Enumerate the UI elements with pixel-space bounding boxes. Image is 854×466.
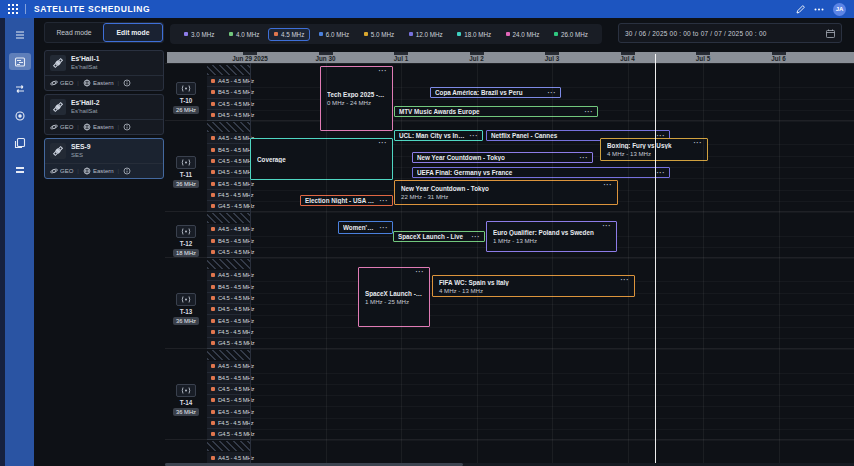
satellite-card-Es-Hail-2[interactable]: Es'Hail-2Es'hailSatGEO|Eastern| [44, 94, 164, 135]
event-more-icon[interactable]: ··· [416, 270, 425, 274]
region[interactable]: Eastern [83, 123, 114, 131]
event-more-icon[interactable]: ··· [580, 156, 589, 160]
filter-color-dot [409, 32, 413, 36]
filter-chip-18-0-MHz[interactable]: 18.0 MHz [451, 28, 497, 41]
event-more-icon[interactable]: ··· [657, 134, 666, 138]
event-spacex-live[interactable]: SpaceX Launch - Live··· [393, 231, 485, 242]
event-more-icon[interactable]: ··· [585, 110, 594, 114]
satellite-card-text: SES-9SES [71, 143, 91, 159]
orbit-type[interactable]: GEO [50, 123, 73, 131]
day-grid-line [477, 63, 478, 463]
event-more-icon[interactable]: ··· [379, 141, 388, 145]
more-options-icon[interactable] [814, 8, 824, 11]
satellite-card-footer: GEO|Eastern| [45, 119, 163, 134]
frequency-filter-bar: 3.0 MHz4.0 MHz4.5 MHz6.0 MHz5.0 MHz12.0 … [170, 24, 602, 44]
orbit-type[interactable]: GEO [50, 167, 73, 175]
event-new-year-feed[interactable]: New Year Countdown - Tokyo··· [412, 152, 593, 163]
event-more-icon[interactable]: ··· [379, 69, 388, 73]
satellite-operator: Es'hailSat [71, 64, 99, 71]
filter-chip-5-0-MHz[interactable]: 5.0 MHz [358, 28, 400, 41]
footer-divider: | [77, 80, 79, 86]
event-more-icon[interactable]: ··· [694, 141, 703, 145]
event-more-icon[interactable]: ··· [604, 183, 613, 187]
event-womens-wc[interactable]: Women's WC: C...··· [338, 221, 393, 234]
filter-chip-4-0-MHz[interactable]: 4.0 MHz [223, 28, 265, 41]
info-icon[interactable] [123, 79, 131, 87]
calendar-icon[interactable] [826, 29, 835, 38]
date-range-input[interactable]: 30 / 06 / 2025 00 : 00 to 07 / 07 / 2025… [618, 23, 842, 43]
filter-color-dot [319, 32, 323, 36]
event-title: UEFA Final: Germany vs France [417, 169, 654, 176]
satellite-name: SES-9 [71, 143, 91, 151]
filter-color-dot [274, 32, 278, 36]
event-more-icon[interactable]: ··· [603, 224, 612, 228]
read-mode-button[interactable]: Read mode [45, 23, 103, 42]
horizontal-scrollbar[interactable] [165, 463, 854, 466]
event-title: Boxing: Fury vs Usyk [607, 142, 701, 149]
region[interactable]: Eastern [83, 167, 114, 175]
satellite-operator: SES [71, 152, 91, 159]
filter-chip-4-5-MHz[interactable]: 4.5 MHz [268, 28, 310, 41]
region[interactable]: Eastern [83, 79, 114, 87]
event-ucl-match[interactable]: UCL: Man City vs Inter Milan··· [394, 130, 483, 141]
event-subtitle: 0 MHz - 24 MHz [327, 99, 386, 106]
event-boxing[interactable]: Boxing: Fury vs Usyk4 MHz - 13 MHz··· [600, 138, 708, 161]
satellite-card-text: Es'Hail-2Es'hailSat [71, 99, 99, 115]
filter-chip-6-0-MHz[interactable]: 6.0 MHz [313, 28, 355, 41]
filter-label: 18.0 MHz [464, 31, 491, 38]
scheduler-view-icon[interactable] [9, 53, 31, 70]
satellite-card-Es-Hail-1[interactable]: Es'Hail-1Es'hailSatGEO|Eastern| [44, 50, 164, 91]
satellite-operator: Es'hailSat [71, 108, 99, 115]
satellite-card-text: Es'Hail-1Es'hailSat [71, 55, 99, 71]
footer-divider: | [77, 124, 79, 130]
event-title: SpaceX Launch - Live [365, 290, 423, 297]
app-grid-icon[interactable] [8, 4, 18, 14]
avatar[interactable]: JA [833, 3, 846, 16]
event-more-icon[interactable]: ··· [380, 226, 389, 230]
sidebar [0, 18, 34, 466]
info-icon[interactable] [123, 123, 131, 131]
filter-chip-24-0-MHz[interactable]: 24.0 MHz [500, 28, 546, 41]
menu-bold-icon[interactable] [9, 161, 31, 178]
event-spacex-live-big[interactable]: SpaceX Launch - Live1 MHz - 25 MHz··· [358, 267, 430, 327]
event-fifa-wc[interactable]: FIFA WC: Spain vs Italy4 MHz - 13 MHz··· [432, 275, 635, 297]
event-new-year-big[interactable]: New Year Countdown - Tokyo22 MHz - 31 MH… [394, 180, 618, 205]
current-time-line [655, 54, 656, 463]
satellite-card-header: SES-9SES [45, 139, 163, 163]
filter-chip-26-0-MHz[interactable]: 26.0 MHz [548, 28, 594, 41]
menu-icon[interactable] [9, 26, 31, 43]
edit-mode-button[interactable]: Edit mode [103, 23, 163, 42]
satellite-card-header: Es'Hail-2Es'hailSat [45, 95, 163, 119]
event-uefa-final[interactable]: UEFA Final: Germany vs France··· [412, 167, 670, 178]
event-coverage[interactable]: Coverage··· [250, 138, 393, 180]
orbit-type[interactable]: GEO [50, 79, 73, 87]
filter-label: 3.0 MHz [191, 31, 214, 38]
filter-label: 4.5 MHz [281, 31, 304, 38]
scrollbar-thumb[interactable] [165, 463, 463, 466]
satellite-card-footer: GEO|Eastern| [45, 163, 163, 178]
event-mtv-awards[interactable]: MTV Music Awards Europe··· [394, 106, 598, 117]
day-grid-line [552, 63, 553, 463]
info-icon[interactable] [123, 167, 131, 175]
documents-icon[interactable] [9, 134, 31, 151]
date-range-value: 30 / 06 / 2025 00 : 00 to 07 / 07 / 2025… [625, 30, 767, 37]
filter-color-dot [184, 32, 188, 36]
satellite-card-SES-9[interactable]: SES-9SESGEO|Eastern| [44, 138, 164, 179]
footer-divider: | [77, 168, 79, 174]
event-title: Women's WC: C... [343, 224, 377, 231]
footer-divider: | [118, 80, 120, 86]
event-copa-america[interactable]: Copa América: Brazil vs Peru··· [430, 87, 561, 98]
edit-icon[interactable] [796, 5, 805, 14]
event-title: Coverage [257, 156, 386, 163]
swap-list-icon[interactable] [9, 80, 31, 97]
filter-color-dot [364, 32, 368, 36]
event-more-icon[interactable]: ··· [657, 171, 666, 175]
event-tech-expo[interactable]: Tech Expo 2025 - Keyno...0 MHz - 24 MHz·… [320, 66, 393, 131]
filter-chip-3-0-MHz[interactable]: 3.0 MHz [178, 28, 220, 41]
filter-label: 26.0 MHz [561, 31, 588, 38]
scheduler: Jun 29 2025Jun 30Jul 1Jul 2Jul 3Jul 4Jul… [165, 52, 854, 466]
filter-chip-12-0-MHz[interactable]: 12.0 MHz [403, 28, 449, 41]
event-election-night[interactable]: Election Night - USA Feed··· [300, 195, 393, 206]
event-more-icon[interactable]: ··· [380, 199, 389, 203]
target-icon[interactable] [9, 107, 31, 124]
